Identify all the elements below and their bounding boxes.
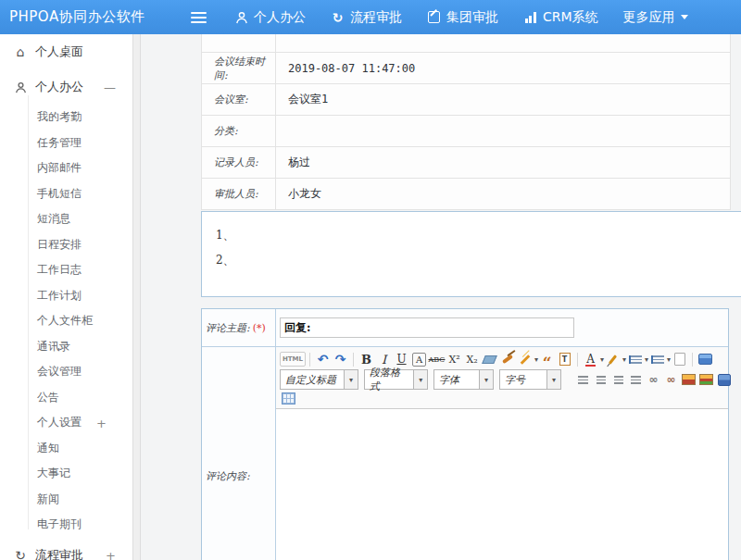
editor-body[interactable] — [276, 409, 728, 560]
strikethrough-icon[interactable]: ABC — [428, 351, 446, 367]
fullscreen-icon[interactable] — [697, 351, 714, 367]
editor-toolbar: HTML↶↷BIUAABCX²X₂▾“TA▾▾▾▾ 自定义标题▾段落格式▾字体▾… — [276, 347, 728, 409]
new-page-icon[interactable] — [671, 351, 688, 367]
sidebar-item-meeting-management[interactable]: 会议管理 — [0, 359, 132, 385]
app-window: PHPOA协同办公软件 个人办公 ↻ 流程审批 集团审批 CRM系统 更多应用 … — [0, 0, 741, 560]
dropdown-caret-icon[interactable]: ▾ — [546, 370, 560, 389]
insert-table-icon[interactable] — [280, 390, 297, 406]
sidebar-item-label: 大事记 — [37, 466, 70, 481]
sidebar-item-task-management[interactable]: 任务管理 — [0, 131, 132, 156]
comment-form-table: 评论主题: (*) 评论内容: HTML↶↷BIUAABCX²X₂▾“TA▾▾▾… — [201, 308, 729, 560]
font-color-icon[interactable]: A — [582, 351, 599, 367]
insert-media-icon[interactable] — [715, 371, 733, 388]
highlight-pen-icon[interactable] — [604, 351, 622, 367]
align-right-icon — [614, 376, 623, 384]
sidebar-item-news[interactable]: 新闻 — [0, 487, 132, 513]
sidebar-item-label: 我的考勤 — [37, 109, 82, 125]
align-left-icon[interactable] — [574, 371, 592, 388]
expand-icon[interactable]: + — [106, 548, 116, 560]
align-right-icon[interactable] — [609, 371, 627, 388]
nav-label: 集团审批 — [446, 9, 498, 26]
rich-text-editor: HTML↶↷BIUAABCX²X₂▾“TA▾▾▾▾ 自定义标题▾段落格式▾字体▾… — [276, 347, 728, 560]
subscript-icon[interactable]: X₂ — [463, 351, 481, 367]
hamburger-menu-icon[interactable] — [191, 12, 207, 23]
italic-icon[interactable]: I — [375, 351, 393, 367]
sidebar-item-notice[interactable]: 通知 — [0, 436, 132, 462]
required-mark: (*) — [253, 322, 266, 334]
sidebar-item-mobile-sms[interactable]: 手机短信 — [0, 181, 132, 207]
quick-format-icon[interactable] — [516, 351, 534, 367]
unordered-list-icon[interactable] — [648, 351, 666, 367]
eraser-icon[interactable] — [481, 351, 498, 367]
sidebar-item-schedule[interactable]: 日程安排 — [0, 232, 132, 258]
align-center-icon[interactable] — [592, 371, 609, 388]
sidebar-item-label: 手机短信 — [37, 186, 82, 202]
table-row: 审批人员: 小龙女 — [202, 179, 730, 210]
font-family-select[interactable]: 字体▾ — [433, 369, 494, 390]
eraser-icon — [482, 355, 497, 364]
bold-icon[interactable]: B — [358, 351, 375, 367]
sidebar-item-work-log[interactable]: 工作日志 — [0, 257, 132, 283]
dropdown-caret-icon[interactable]: ▾ — [479, 370, 493, 389]
upload-image-icon[interactable] — [697, 371, 715, 388]
nav-more-apps[interactable]: 更多应用 — [623, 9, 688, 26]
row-value: 2019-08-07 11:47:00 — [276, 53, 730, 83]
paste-text-icon[interactable]: T — [556, 351, 573, 367]
nav-workflow-approval[interactable]: ↻ 流程审批 — [331, 9, 402, 26]
nav-group-approval[interactable]: 集团审批 — [427, 9, 498, 26]
sidebar-item-label: 通知 — [37, 441, 59, 456]
sidebar-item-personal-settings[interactable]: 个人设置+ — [0, 410, 132, 436]
html-source-button[interactable]: HTML — [280, 352, 306, 367]
sidebar-item-e-journal[interactable]: 电子期刊 — [0, 512, 132, 538]
font-size-select[interactable]: 字号▾ — [499, 369, 561, 390]
collapse-icon[interactable]: — — [104, 81, 116, 94]
sidebar-item-my-attendance[interactable]: 我的考勤 — [0, 105, 132, 131]
ordered-list-icon — [629, 355, 642, 364]
sidebar-item-short-message[interactable]: 短消息 — [0, 206, 132, 232]
chart-icon — [523, 10, 537, 24]
sidebar-item-work-plan[interactable]: 工作计划 — [0, 283, 132, 309]
format-brush-icon[interactable] — [498, 351, 516, 367]
undo-icon[interactable]: ↶ — [314, 351, 332, 367]
caret-down-icon — [681, 15, 688, 19]
align-justify-icon[interactable] — [627, 371, 645, 388]
sidebar-item-contacts[interactable]: 通讯录 — [0, 334, 132, 360]
paragraph-format-select[interactable]: 段落格式▾ — [364, 369, 428, 390]
sidebar-item-label: 会议管理 — [37, 364, 82, 380]
dropdown-caret-icon[interactable]: ▾ — [413, 370, 427, 389]
nav-crm-system[interactable]: CRM系统 — [523, 9, 598, 26]
blockquote-icon[interactable]: “ — [538, 347, 556, 371]
row-label: 会议结束时间: — [202, 53, 276, 83]
table-row: 会议室: 会议室1 — [202, 84, 730, 116]
sidebar-item-personal-office[interactable]: 个人办公— — [0, 69, 132, 105]
sidebar-item-personal-desktop[interactable]: ⌂个人桌面 — [0, 34, 132, 69]
sidebar-scrollbar[interactable] — [133, 34, 141, 560]
insert-image-icon[interactable] — [680, 371, 697, 388]
ordered-list-icon[interactable] — [626, 351, 644, 367]
dropdown-caret-icon[interactable]: ▾ — [344, 370, 358, 389]
sidebar-item-label: 工作计划 — [37, 288, 82, 304]
sidebar-item-announcement[interactable]: 公告 — [0, 385, 132, 411]
comment-content-label: 评论内容: — [202, 347, 276, 560]
expand-icon[interactable]: + — [96, 416, 107, 429]
link-icon[interactable]: ∞ — [645, 371, 662, 388]
nav-personal-office[interactable]: 个人办公 — [234, 9, 306, 26]
comment-subject-label: 评论主题: (*) — [202, 309, 276, 346]
superscript-icon[interactable]: X² — [446, 351, 463, 367]
toolbar-separator — [353, 353, 354, 367]
top-navigation-bar: PHPOA协同办公软件 个人办公 ↻ 流程审批 集团审批 CRM系统 更多应用 — [0, 0, 741, 34]
fullscreen-icon — [698, 354, 712, 365]
redo-icon[interactable]: ↷ — [332, 351, 349, 367]
dropdown-value: 自定义标题 — [281, 370, 344, 389]
insert-image-icon — [682, 374, 696, 385]
underline-icon[interactable]: U — [393, 351, 410, 367]
sidebar-item-workflow-approval[interactable]: ↻流程审批+ — [0, 538, 132, 560]
sidebar-item-memorabilia[interactable]: 大事记 — [0, 461, 132, 487]
sidebar-item-internal-mail[interactable]: 内部邮件 — [0, 156, 132, 181]
sidebar-item-personal-file-cabinet[interactable]: 个人文件柜 — [0, 308, 132, 334]
comment-subject-input[interactable] — [280, 317, 574, 338]
font-box-icon[interactable]: A — [412, 353, 426, 367]
heading-select[interactable]: 自定义标题▾ — [280, 369, 358, 390]
unlink-icon[interactable]: ∞ — [662, 371, 680, 388]
nav-label: 更多应用 — [623, 9, 675, 26]
